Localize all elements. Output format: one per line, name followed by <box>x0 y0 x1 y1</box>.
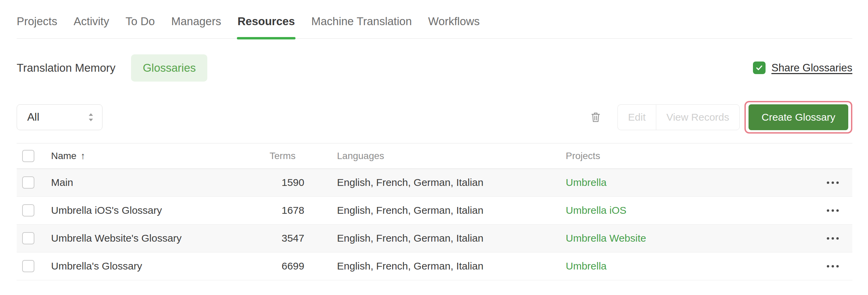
main-nav: Projects Activity To Do Managers Resourc… <box>17 0 852 39</box>
ellipsis-icon <box>827 237 829 240</box>
column-header-actions <box>800 143 852 169</box>
ellipsis-icon <box>827 181 829 184</box>
project-link[interactable]: Umbrella Website <box>566 232 646 244</box>
glossary-name: Main <box>51 169 270 196</box>
view-records-button[interactable]: View Records <box>656 104 740 130</box>
glossary-languages: English, French, German, Italian <box>304 169 566 196</box>
share-glossaries-checkbox[interactable] <box>753 62 766 74</box>
tab-activity[interactable]: Activity <box>74 15 109 28</box>
glossary-languages: English, French, German, Italian <box>304 196 566 224</box>
glossary-filter-select[interactable]: All <box>17 104 102 130</box>
tab-managers[interactable]: Managers <box>171 15 221 28</box>
create-glossary-button[interactable]: Create Glossary <box>749 104 848 130</box>
share-glossaries-toggle[interactable]: Share Glossaries <box>753 62 852 74</box>
resources-subtabs: Translation Memory Glossaries <box>17 54 207 82</box>
row-checkbox[interactable] <box>22 260 34 272</box>
select-chevrons-icon <box>88 112 94 122</box>
table-row: Umbrella's Glossary 6699 English, French… <box>17 252 852 280</box>
project-link[interactable]: Umbrella iOS <box>566 205 626 216</box>
column-header-terms: Terms <box>270 143 304 169</box>
glossary-terms-count: 1678 <box>270 196 304 224</box>
sort-ascending-icon: ↑ <box>81 151 85 161</box>
select-all-checkbox[interactable] <box>22 150 34 162</box>
table-row: Umbrella Website's Glossary 3547 English… <box>17 224 852 252</box>
row-actions-button[interactable] <box>800 197 839 224</box>
column-header-name[interactable]: Name↑ <box>51 143 270 169</box>
resources-subheader: Translation Memory Glossaries Share Glos… <box>17 54 852 82</box>
ellipsis-icon <box>827 209 829 212</box>
delete-button[interactable] <box>590 111 601 123</box>
glossaries-page: Projects Activity To Do Managers Resourc… <box>17 0 852 280</box>
glossary-name: Umbrella iOS's Glossary <box>51 196 270 224</box>
glossary-name: Umbrella's Glossary <box>51 252 270 280</box>
table-header-row: Name↑ Terms Languages Projects <box>17 143 852 169</box>
edit-button[interactable]: Edit <box>617 104 656 130</box>
ellipsis-icon <box>827 265 829 267</box>
row-actions-button[interactable] <box>800 169 839 196</box>
project-link[interactable]: Umbrella <box>566 260 607 272</box>
glossary-filter-value: All <box>27 111 39 123</box>
row-actions-button[interactable] <box>800 253 839 280</box>
column-header-languages: Languages <box>304 143 566 169</box>
column-header-projects: Projects <box>566 143 800 169</box>
table-row: Umbrella iOS's Glossary 1678 English, Fr… <box>17 196 852 224</box>
tab-resources[interactable]: Resources <box>238 15 295 28</box>
tab-glossaries[interactable]: Glossaries <box>131 54 207 82</box>
tab-projects[interactable]: Projects <box>17 15 57 28</box>
create-glossary-highlight: Create Glossary <box>744 101 852 134</box>
glossary-terms-count: 6699 <box>270 252 304 280</box>
tab-translation-memory[interactable]: Translation Memory <box>17 62 115 74</box>
row-checkbox[interactable] <box>22 232 34 244</box>
share-glossaries-label: Share Glossaries <box>771 62 852 74</box>
row-actions-button[interactable] <box>800 225 839 252</box>
check-icon <box>755 64 763 72</box>
project-link[interactable]: Umbrella <box>566 177 607 188</box>
trash-icon <box>590 111 601 123</box>
row-checkbox[interactable] <box>22 204 34 216</box>
row-checkbox[interactable] <box>22 176 34 189</box>
glossaries-toolbar: All Edit View Records Create Glossary <box>17 101 852 134</box>
tab-workflows[interactable]: Workflows <box>428 15 480 28</box>
column-header-name-label: Name <box>51 151 77 161</box>
glossary-languages: English, French, German, Italian <box>304 224 566 252</box>
table-row: Main 1590 English, French, German, Itali… <box>17 169 852 196</box>
glossary-terms-count: 1590 <box>270 169 304 196</box>
toolbar-actions: Edit View Records Create Glossary <box>590 101 852 134</box>
tab-to-do[interactable]: To Do <box>126 15 155 28</box>
glossary-terms-count: 3547 <box>270 224 304 252</box>
glossaries-table: Name↑ Terms Languages Projects Main 1590… <box>17 143 852 280</box>
glossary-languages: English, French, German, Italian <box>304 252 566 280</box>
record-actions-group: Edit View Records <box>617 104 740 130</box>
tab-machine-translation[interactable]: Machine Translation <box>311 15 412 28</box>
glossary-name: Umbrella Website's Glossary <box>51 224 270 252</box>
